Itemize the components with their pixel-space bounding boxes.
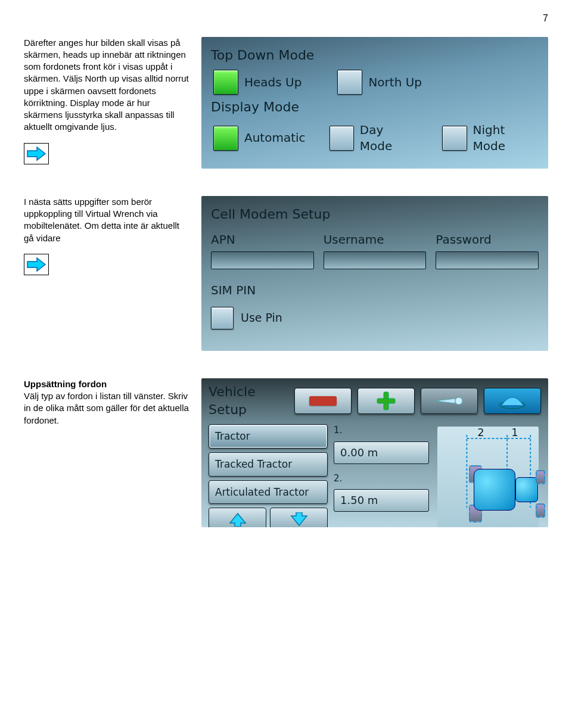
password-label: Password xyxy=(436,232,539,248)
dimension-2-label: 2. xyxy=(334,472,429,484)
sim-pin-heading: SIM PIN xyxy=(211,282,539,298)
top-down-mode-heading: Top Down Mode xyxy=(211,46,540,64)
checkbox-heads-up[interactable] xyxy=(213,70,238,95)
option-heads-up[interactable]: Heads Up xyxy=(213,70,301,95)
option-day-mode[interactable]: Day Mode xyxy=(329,122,419,154)
option-north-up[interactable]: North Up xyxy=(337,70,422,95)
option-night-mode[interactable]: Night Mode xyxy=(442,122,540,154)
section-top-down-mode: Därefter anges hur bilden skall visas på… xyxy=(24,37,548,169)
apn-field[interactable] xyxy=(211,251,314,269)
add-button[interactable] xyxy=(358,388,415,414)
gps-dome-icon xyxy=(496,392,529,410)
dimension-2-value[interactable]: 1.50 m xyxy=(334,489,429,512)
checkbox-day-mode[interactable] xyxy=(329,126,354,151)
dimension-1-value[interactable]: 0.00 m xyxy=(334,441,429,464)
section3-heading: Uppsättning fordon xyxy=(24,379,107,389)
svg-marker-1 xyxy=(27,258,45,271)
option-automatic[interactable]: Automatic xyxy=(213,126,306,151)
tractor-graphic xyxy=(469,444,540,515)
dimension-1-label: 1. xyxy=(334,424,429,436)
arrow-down-icon xyxy=(290,512,308,527)
label-heads-up: Heads Up xyxy=(244,74,301,91)
gps-preview-button[interactable] xyxy=(484,388,541,414)
page-number: 7 xyxy=(24,12,548,25)
checkbox-night-mode[interactable] xyxy=(442,126,467,151)
svg-marker-4 xyxy=(435,399,455,403)
username-label: Username xyxy=(324,232,427,248)
tractor-cab-icon xyxy=(474,469,515,511)
wheel-front-left-icon xyxy=(536,470,545,484)
vehicle-diagram: 2 1 xyxy=(435,424,541,527)
screenshot-cell-modem: Cell Modem Setup APN Username Password S… xyxy=(201,196,548,351)
username-field[interactable] xyxy=(324,251,427,269)
svg-point-5 xyxy=(455,397,462,405)
section-vehicle-setup: Uppsättning fordon Välj typ av fordon i … xyxy=(24,378,548,527)
label-day-mode: Day Mode xyxy=(360,122,418,154)
section-cell-modem: I nästa sätts uppgifter som berör uppkop… xyxy=(24,196,548,351)
section2-text: I nästa sätts uppgifter som berör uppkop… xyxy=(24,196,191,278)
minus-icon xyxy=(309,396,337,406)
section3-paragraph: Välj typ av fordon i listan till vänster… xyxy=(24,391,189,425)
plus-icon xyxy=(375,390,397,412)
antenna-icon xyxy=(431,393,467,409)
screenshot-top-down-mode: Top Down Mode Heads Up North Up Display … xyxy=(201,37,548,169)
svg-marker-7 xyxy=(230,514,245,527)
delete-button[interactable] xyxy=(294,388,352,414)
arrow-up-icon xyxy=(229,512,247,527)
section1-paragraph: Därefter anges hur bilden skall visas på… xyxy=(24,37,191,133)
vehicle-setup-title: Vehicle Setup xyxy=(209,383,288,418)
label-north-up: North Up xyxy=(368,74,422,91)
checkbox-use-pin[interactable] xyxy=(211,307,234,329)
display-mode-heading: Display Mode xyxy=(211,98,540,116)
list-up-button[interactable] xyxy=(209,508,266,527)
wheel-front-right-icon xyxy=(536,503,545,518)
section2-paragraph: I nästa sätts uppgifter som berör uppkop… xyxy=(24,196,191,244)
list-item-articulated-tractor[interactable]: Articulated Tractor xyxy=(209,480,328,505)
label-night-mode: Night Mode xyxy=(473,122,540,154)
list-item-tracked-tractor[interactable]: Tracked Tractor xyxy=(209,452,328,477)
cell-modem-heading: Cell Modem Setup xyxy=(211,206,539,223)
svg-rect-3 xyxy=(377,399,395,403)
list-down-button[interactable] xyxy=(270,508,328,527)
section1-text: Därefter anges hur bilden skall visas på… xyxy=(24,37,191,167)
next-arrow-button-2[interactable] xyxy=(24,254,49,275)
svg-marker-8 xyxy=(291,512,307,525)
arrow-right-icon xyxy=(26,146,46,161)
list-item-tractor[interactable]: Tractor xyxy=(209,424,328,449)
tractor-hood-icon xyxy=(515,477,538,502)
checkbox-automatic[interactable] xyxy=(213,126,238,151)
checkbox-north-up[interactable] xyxy=(337,70,362,95)
svg-marker-0 xyxy=(27,147,45,160)
password-field[interactable] xyxy=(436,251,539,269)
label-automatic: Automatic xyxy=(244,130,306,146)
next-arrow-button-1[interactable] xyxy=(24,143,49,164)
section3-text: Uppsättning fordon Välj typ av fordon i … xyxy=(24,378,191,433)
screenshot-vehicle-setup: Vehicle Setup xyxy=(201,378,548,527)
antenna-preview-button[interactable] xyxy=(421,388,478,414)
label-use-pin: Use Pin xyxy=(241,310,282,326)
arrow-right-icon xyxy=(26,257,46,272)
apn-label: APN xyxy=(211,232,314,248)
